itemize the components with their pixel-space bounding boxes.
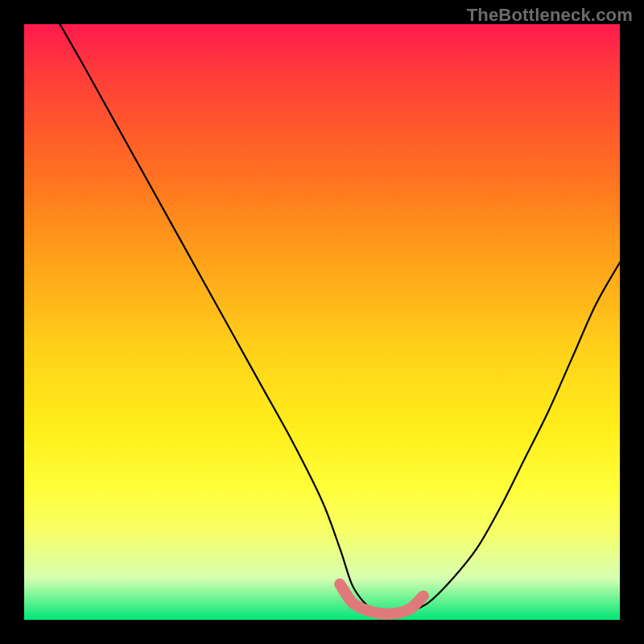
chart-frame: TheBottleneck.com (0, 0, 644, 644)
watermark-text: TheBottleneck.com (467, 5, 633, 26)
bottleneck-curve (60, 24, 620, 614)
plot-area (24, 24, 620, 620)
curve-svg (24, 24, 620, 620)
optimum-band (340, 584, 423, 614)
